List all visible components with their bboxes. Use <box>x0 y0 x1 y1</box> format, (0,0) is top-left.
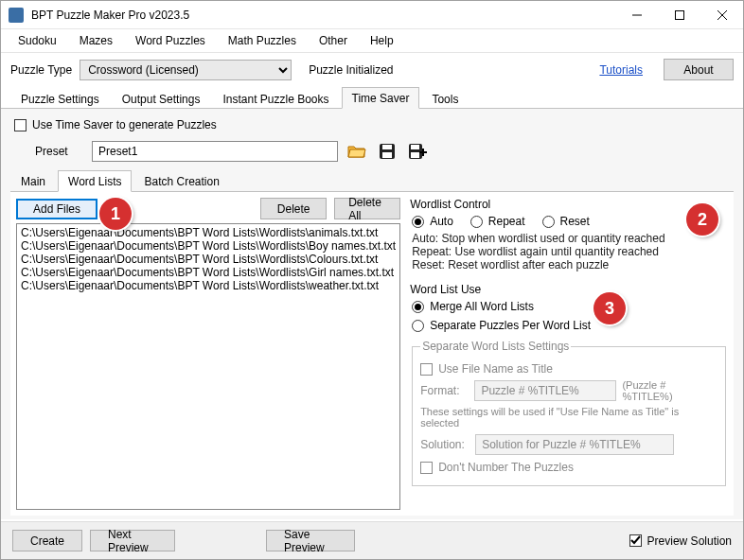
use-time-saver-checkbox[interactable] <box>14 119 27 131</box>
folder-open-icon <box>347 143 366 160</box>
radio-auto-label: Auto <box>430 215 453 228</box>
preview-solution-label: Preview Solution <box>647 534 732 548</box>
menu-math-puzzles[interactable]: Math Puzzles <box>219 31 306 50</box>
format-hint: (Puzzle # %TITLE%) <box>622 379 717 402</box>
app-icon <box>9 8 24 23</box>
radio-separate[interactable] <box>412 320 424 332</box>
save-plus-icon <box>408 143 427 160</box>
preset-label: Preset <box>35 145 84 158</box>
use-time-saver-label: Use Time Saver to generate Puzzles <box>32 118 217 131</box>
save-preset-as-button[interactable] <box>406 141 429 162</box>
delete-button[interactable]: Delete <box>260 198 327 219</box>
format-input <box>474 380 616 401</box>
save-preview-label: Save Preview <box>284 528 337 554</box>
about-label: About <box>683 63 713 77</box>
delete-label: Delete <box>277 202 310 216</box>
marker-2: 2 <box>686 203 718 236</box>
time-saver-body: Use Time Saver to generate Puzzles Prese… <box>1 109 743 519</box>
delete-all-button[interactable]: Delete All <box>334 198 400 219</box>
subtab-main[interactable]: Main <box>10 170 56 192</box>
puzzle-type-select[interactable]: Crossword (Licensed) <box>80 60 292 80</box>
close-button[interactable] <box>700 1 743 28</box>
marker-3: 3 <box>593 292 626 324</box>
save-icon <box>379 143 396 160</box>
maximize-button[interactable] <box>658 1 700 28</box>
separate-note: These settings will be used if "Use File… <box>420 406 717 429</box>
menubar: Sudoku Mazes Word Puzzles Math Puzzles O… <box>1 29 743 52</box>
dont-number-checkbox <box>420 462 433 474</box>
word-lists-body: Add Files Delete Delete All C:\Users\Eig… <box>10 192 734 516</box>
bottom-bar: Create Next Preview Save Preview Preview… <box>1 521 743 559</box>
subtab-batch-creation[interactable]: Batch Creation <box>133 170 229 192</box>
separate-settings-legend: Separate Word Lists Settings <box>420 340 571 353</box>
tab-time-saver[interactable]: Time Saver <box>342 87 420 109</box>
menu-mazes[interactable]: Mazes <box>70 31 122 50</box>
add-files-label: Add Files <box>33 202 80 216</box>
list-item[interactable]: C:\Users\Eigenaar\Documents\BPT Word Lis… <box>21 279 396 292</box>
puzzle-type-label: Puzzle Type <box>10 63 72 77</box>
save-preset-button[interactable] <box>376 141 399 162</box>
wordlist-use-title: Word List Use <box>410 283 728 296</box>
svg-rect-6 <box>382 152 392 158</box>
add-files-button[interactable]: Add Files <box>16 199 97 219</box>
tutorials-link[interactable]: Tutorials <box>599 63 643 77</box>
radio-repeat-label: Repeat <box>488 215 525 228</box>
svg-rect-9 <box>411 152 419 158</box>
dont-number-label: Don't Number The Puzzles <box>438 461 574 474</box>
svg-rect-8 <box>411 145 419 149</box>
radio-merge-label: Merge All Word Lists <box>430 300 534 313</box>
puzzle-status: Puzzle Initialized <box>309 63 393 77</box>
menu-word-puzzles[interactable]: Word Puzzles <box>126 31 215 50</box>
radio-separate-label: Separate Puzzles Per Word List <box>430 319 591 332</box>
check-icon <box>630 535 641 546</box>
open-preset-button[interactable] <box>345 141 368 162</box>
svg-rect-5 <box>382 145 392 149</box>
svg-rect-1 <box>675 10 683 19</box>
help-reset: Reset: Reset wordlist after each puzzle <box>412 258 728 271</box>
radio-auto[interactable] <box>412 216 424 228</box>
preview-solution-checkbox[interactable] <box>629 534 642 547</box>
separate-settings-group: Separate Word Lists Settings Use File Na… <box>412 340 726 486</box>
file-list[interactable]: C:\Users\Eigenaar\Documents\BPT Word Lis… <box>16 223 400 510</box>
radio-repeat[interactable] <box>470 216 483 228</box>
next-preview-label: Next Preview <box>108 528 157 554</box>
solution-input <box>475 434 674 455</box>
main-tabs: Puzzle Settings Output Settings Instant … <box>1 86 743 109</box>
radio-reset[interactable] <box>542 216 555 228</box>
list-item[interactable]: C:\Users\Eigenaar\Documents\BPT Word Lis… <box>21 253 396 266</box>
next-preview-button[interactable]: Next Preview <box>90 530 175 551</box>
list-item[interactable]: C:\Users\Eigenaar\Documents\BPT Word Lis… <box>21 239 396 253</box>
window-title: BPT Puzzle Maker Pro v2023.5 <box>31 9 615 22</box>
help-auto: Auto: Stop when wordlist used or quantit… <box>412 232 728 245</box>
sub-tabs: Main Word Lists Batch Creation <box>10 169 734 192</box>
about-button[interactable]: About <box>664 59 734 80</box>
titlebar: BPT Puzzle Maker Pro v2023.5 <box>1 1 743 29</box>
top-row: Puzzle Type Crossword (Licensed) Puzzle … <box>1 52 743 86</box>
use-filename-checkbox <box>420 363 433 376</box>
create-button[interactable]: Create <box>12 530 82 551</box>
list-item[interactable]: C:\Users\Eigenaar\Documents\BPT Word Lis… <box>21 226 396 239</box>
tab-tools[interactable]: Tools <box>421 88 469 109</box>
menu-sudoku[interactable]: Sudoku <box>9 31 66 50</box>
menu-other[interactable]: Other <box>310 31 357 50</box>
subtab-word-lists[interactable]: Word Lists <box>58 170 132 192</box>
marker-1: 1 <box>99 198 132 230</box>
menu-help[interactable]: Help <box>361 31 403 50</box>
use-filename-label: Use File Name as Title <box>438 362 553 376</box>
save-preview-button[interactable]: Save Preview <box>266 530 355 551</box>
delete-all-label: Delete All <box>348 196 386 222</box>
help-repeat: Repeat: Use wordlist again until quantit… <box>412 245 728 258</box>
tab-instant-puzzle-books[interactable]: Instant Puzzle Books <box>212 88 339 109</box>
radio-merge[interactable] <box>412 301 424 313</box>
list-item[interactable]: C:\Users\Eigenaar\Documents\BPT Word Lis… <box>21 266 396 279</box>
radio-reset-label: Reset <box>560 215 590 228</box>
solution-label: Solution: <box>420 438 469 451</box>
tab-output-settings[interactable]: Output Settings <box>112 88 211 109</box>
tab-puzzle-settings[interactable]: Puzzle Settings <box>10 88 110 109</box>
wordlist-control-title: Wordlist Control <box>410 198 728 211</box>
minimize-button[interactable] <box>615 1 658 28</box>
preset-input[interactable] <box>92 141 338 162</box>
create-label: Create <box>30 534 64 548</box>
format-label: Format: <box>420 384 469 397</box>
